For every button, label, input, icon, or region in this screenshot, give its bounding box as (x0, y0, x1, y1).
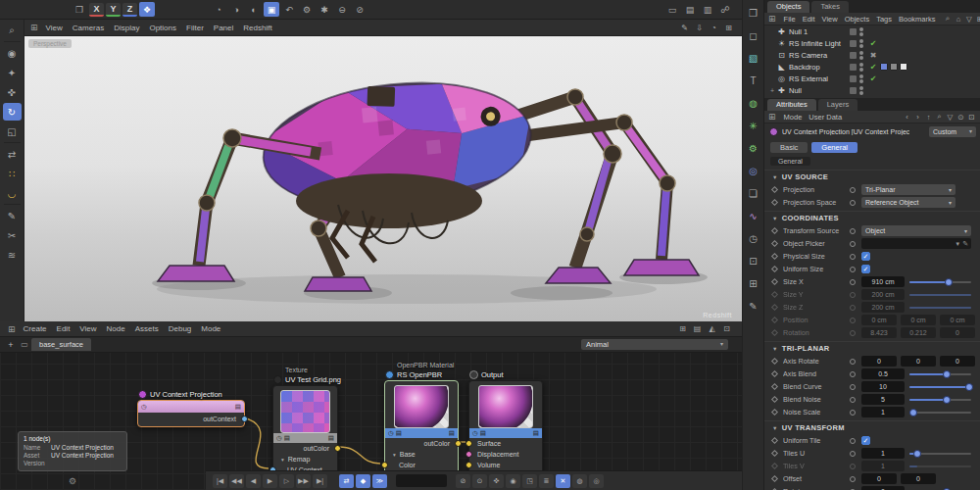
noise-scale-slider[interactable] (909, 412, 971, 414)
section-header-uv-transform[interactable]: ▼UV TRANSFORM (764, 420, 980, 434)
visibility-dots[interactable] (859, 50, 863, 60)
object-row-rs-infinite-light[interactable]: ☀RS Infinite Light✔ (764, 37, 980, 49)
blend-noise-value-field[interactable]: 5 (861, 394, 905, 405)
disable-mode-icon[interactable]: ⊘ (352, 2, 368, 17)
solo-a-icon[interactable]: ◍ (572, 474, 587, 488)
viewport-menu-options[interactable]: Options (149, 24, 176, 32)
display-icon[interactable]: ⊞ (745, 275, 762, 292)
rotate-tool-icon[interactable]: ↻ (3, 103, 22, 121)
layer-color-swatch[interactable] (850, 28, 857, 35)
animation-dot-icon[interactable] (850, 187, 856, 193)
size-z-value-field[interactable]: 200 cm (861, 302, 905, 313)
position-value-2[interactable]: 0 cm (940, 315, 975, 325)
snap-icon[interactable]: ✕ (556, 474, 570, 488)
animation-dot-icon[interactable] (850, 254, 856, 260)
keyframe-diamond-icon[interactable] (771, 475, 778, 482)
keyframe-diamond-icon[interactable] (771, 370, 778, 377)
animation-dot-icon[interactable] (850, 200, 856, 206)
keyframe-diamond-icon[interactable] (771, 358, 778, 365)
axis-rotate-value-0[interactable]: 0 (861, 356, 897, 367)
file-icon[interactable]: ▤ (396, 429, 402, 437)
clock-icon[interactable]: ◷ (141, 403, 147, 411)
node-canvas[interactable]: UV Context Projection ◷ ▤ outContext Tex… (0, 353, 742, 490)
workspace-b-icon[interactable]: ▥ (700, 2, 715, 17)
keyframe-diamond-icon[interactable] (771, 317, 778, 323)
menu-icon[interactable]: ▤ (328, 434, 334, 442)
noise-scale-value-field[interactable]: 1 (861, 407, 905, 417)
object-picker-field[interactable]: ▾✎ (861, 238, 971, 249)
layer-color-swatch[interactable] (850, 75, 857, 82)
tab-base-surface[interactable]: base_surface (31, 338, 91, 351)
node-menu-mode[interactable]: Mode (201, 324, 220, 333)
coord-swap-icon[interactable]: ⇄ (3, 145, 22, 163)
rotate-value-field[interactable]: 0 (861, 486, 905, 490)
animation-dot-icon[interactable] (850, 476, 856, 482)
magnet-icon[interactable]: ◡ (3, 184, 22, 202)
move-tool-icon[interactable]: ✜ (3, 83, 22, 101)
tiles-u-slider[interactable] (909, 453, 971, 455)
animation-dot-icon[interactable] (850, 371, 856, 377)
rotation-value-0[interactable]: 8.423 (861, 327, 897, 338)
node-menu-debug[interactable]: Debug (169, 324, 192, 333)
object-row-null-1[interactable]: ✚Null 1 (764, 25, 980, 37)
search-icon[interactable]: ⌕ (943, 14, 954, 24)
node-texture[interactable]: Texture UV Test Grid.png ◷ ▤ ▤ outColor (272, 385, 338, 476)
animation-dot-icon[interactable] (850, 267, 856, 272)
viewport-menu-view[interactable]: View (46, 24, 63, 32)
visibility-dots[interactable] (859, 26, 863, 36)
ipr-render-icon[interactable]: ◐ (246, 2, 262, 17)
blend-curve-value-field[interactable]: 10 (861, 381, 905, 392)
pen-icon[interactable]: ✎ (3, 207, 22, 224)
keyframe-diamond-icon[interactable] (771, 463, 778, 469)
add-tab-button[interactable]: + (4, 339, 18, 351)
keyframe-diamond-icon[interactable] (771, 329, 778, 336)
blend-noise-slider[interactable] (909, 399, 971, 401)
uniform-size-checkbox[interactable]: ✓ (861, 265, 870, 273)
cone-icon[interactable]: ◭ (706, 323, 718, 335)
key-icon[interactable]: ✦ (3, 64, 22, 81)
filter-icon[interactable]: ▽ (964, 14, 975, 24)
keyframe-diamond-icon[interactable] (771, 450, 778, 457)
slider-handle[interactable] (913, 450, 921, 458)
projection-space-dropdown[interactable]: Reference Object▾ (861, 197, 956, 208)
menu-icon[interactable]: ▤ (533, 429, 539, 437)
clock-icon[interactable]: ◷ (388, 429, 394, 437)
object-tag-icon[interactable] (890, 63, 898, 71)
search-icon[interactable]: ⌕ (3, 22, 22, 39)
clock-icon[interactable]: ◷ (472, 429, 478, 437)
back-icon[interactable]: ‹ (902, 112, 912, 122)
menu-icon[interactable]: ▤ (235, 403, 241, 411)
asset-browser-icon[interactable]: ✱ (317, 2, 332, 17)
grid-icon[interactable]: ⊞ (676, 323, 689, 335)
object-row-rs-camera[interactable]: ⊡RS Camera✖ (764, 49, 980, 61)
layers-icon[interactable]: ❏ (745, 185, 762, 202)
tiles-u-value-field[interactable]: 1 (861, 448, 905, 459)
panel-grid-icon[interactable]: ⊞ (30, 23, 38, 32)
clock-icon[interactable]: ◷ (745, 230, 762, 247)
record-icon[interactable]: ⊙ (472, 474, 487, 488)
animation-dot-icon[interactable] (850, 410, 856, 416)
enabled-check-icon[interactable]: ✔ (868, 74, 878, 83)
uniform-tile-checkbox[interactable]: ✓ (861, 436, 870, 445)
coordinate-tool-icon[interactable]: ❖ (139, 2, 155, 17)
slider-handle[interactable] (943, 396, 951, 404)
float-window-icon[interactable]: ⊡ (720, 323, 733, 335)
move-icon[interactable]: ✜ (489, 474, 504, 488)
deformer-icon[interactable]: ⚙ (745, 140, 762, 157)
size-x-value-field[interactable]: 910 cm (861, 276, 905, 287)
objects-menu-tags[interactable]: Tags (876, 15, 892, 24)
port-surface[interactable] (466, 440, 472, 447)
keyframe-diamond-icon[interactable] (771, 253, 778, 260)
keyframe-diamond-icon[interactable] (771, 199, 778, 206)
keyframe-diamond-icon[interactable] (771, 437, 778, 444)
rotation-value-2[interactable]: 0 (940, 327, 975, 338)
file-icon[interactable]: ▤ (284, 434, 290, 442)
attr-menu-mode[interactable]: Mode (784, 113, 803, 122)
axis-rotate-value-1[interactable]: 0 (901, 356, 936, 367)
animation-dot-icon[interactable] (850, 464, 856, 469)
attr-menu-user-data[interactable]: User Data (808, 113, 842, 122)
node-menu-create[interactable]: Create (24, 324, 47, 333)
play-icon[interactable]: ▶ (263, 474, 277, 488)
slider-handle[interactable] (965, 383, 973, 391)
layer-color-swatch[interactable] (850, 64, 857, 71)
